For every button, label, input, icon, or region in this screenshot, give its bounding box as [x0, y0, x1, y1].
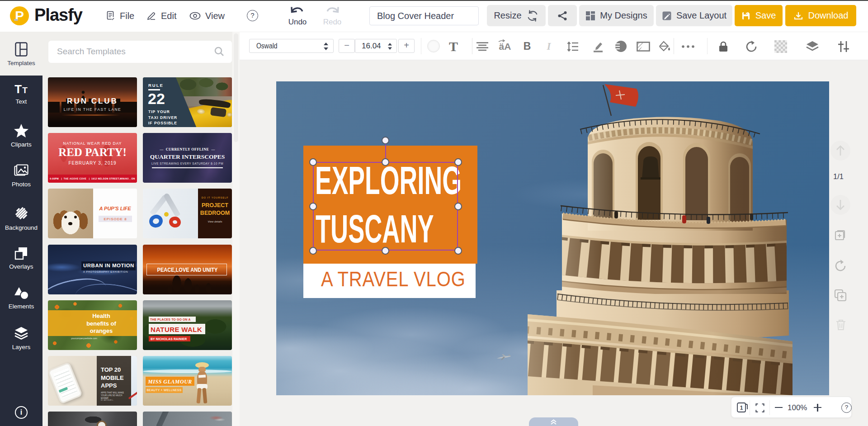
svg-text:1: 1 [740, 405, 743, 411]
